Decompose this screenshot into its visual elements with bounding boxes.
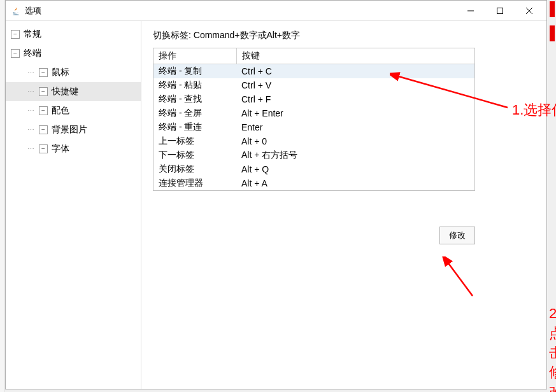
cell-action: 连接管理器 — [153, 176, 236, 190]
cell-key: Ctrl + C — [236, 64, 474, 79]
table-row[interactable]: 连接管理器Alt + A — [153, 176, 474, 190]
annotation-text-1: 1.选择你想修改的修改项 — [512, 101, 556, 120]
cell-key: Enter — [236, 120, 474, 134]
sidebar-item-label: 鼠标 — [52, 67, 69, 78]
titlebar: 选项 — [6, 1, 546, 21]
svg-line-6 — [447, 262, 473, 296]
cell-key: Ctrl + F — [236, 92, 474, 106]
sidebar-item-label: 配色 — [52, 105, 69, 116]
cell-key: Alt + 0 — [236, 134, 474, 148]
cell-key: Alt + A — [236, 176, 474, 190]
minimize-button[interactable] — [456, 1, 485, 20]
close-button[interactable] — [515, 1, 544, 20]
table-row[interactable]: 终端 - 重连Enter — [153, 120, 474, 134]
maximize-button[interactable] — [485, 1, 515, 20]
cell-action: 终端 - 重连 — [153, 120, 236, 134]
cell-action: 上一标签 — [153, 134, 236, 148]
svg-rect-2 — [497, 8, 503, 13]
sidebar-item-label: 常规 — [24, 29, 41, 40]
sidebar-item-terminal[interactable]: − 终端 — [6, 44, 141, 63]
cell-key: Alt + 右方括号 — [236, 148, 474, 162]
sidebar-item-label: 背景图片 — [52, 124, 87, 136]
cell-key: Ctrl + V — [236, 78, 474, 92]
table-row[interactable]: 终端 - 复制Ctrl + C — [153, 64, 474, 79]
tree-connector-icon: ⋯ — [27, 126, 39, 134]
sidebar-item-mouse[interactable]: ⋯ − 鼠标 — [6, 63, 141, 82]
table-row[interactable]: 终端 - 粘贴Ctrl + V — [153, 78, 474, 92]
modify-button[interactable]: 修改 — [439, 227, 475, 244]
cell-action: 终端 - 查找 — [153, 92, 236, 106]
tree-collapse-icon[interactable]: − — [39, 125, 48, 134]
cell-action: 下一标签 — [153, 148, 236, 162]
tree-collapse-icon[interactable]: − — [39, 68, 48, 77]
table-row[interactable]: 终端 - 全屏Alt + Enter — [153, 106, 474, 120]
sidebar-item-font[interactable]: ⋯ − 字体 — [6, 139, 141, 158]
sidebar-item-label: 终端 — [24, 48, 41, 59]
annotation-text-2: 2.点击修改 — [549, 304, 556, 392]
sidebar-item-colors[interactable]: ⋯ − 配色 — [6, 101, 141, 120]
sidebar-tree: − 常规 − 终端 ⋯ − 鼠标 ⋯ − 快捷键 ⋯ − 配色 — [6, 21, 141, 389]
cell-action: 关闭标签 — [153, 162, 236, 176]
table-row[interactable]: 下一标签Alt + 右方括号 — [153, 148, 474, 162]
tree-connector-icon: ⋯ — [27, 145, 39, 153]
sidebar-item-label: 字体 — [52, 143, 69, 155]
tree-collapse-icon[interactable]: − — [11, 30, 20, 39]
options-window: 选项 − 常规 − 终端 ⋯ − 鼠 — [5, 0, 547, 389]
window-title: 选项 — [25, 5, 456, 17]
cell-key: Alt + Enter — [236, 106, 474, 120]
tree-collapse-icon[interactable]: − — [39, 87, 48, 96]
tree-collapse-icon[interactable]: − — [11, 49, 20, 58]
sidebar-item-label: 快捷键 — [52, 86, 78, 97]
sidebar-item-general[interactable]: − 常规 — [6, 25, 141, 44]
table-row[interactable]: 关闭标签Alt + Q — [153, 162, 474, 176]
shortcuts-table: 操作 按键 终端 - 复制Ctrl + C终端 - 粘贴Ctrl + V终端 -… — [153, 48, 475, 191]
java-icon — [11, 6, 21, 16]
hint-text: 切换标签: Command+数字或Alt+数字 — [153, 30, 535, 41]
table-row[interactable]: 上一标签Alt + 0 — [153, 134, 474, 148]
tree-connector-icon: ⋯ — [27, 88, 39, 96]
cell-key: Alt + Q — [236, 162, 474, 176]
tree-connector-icon: ⋯ — [27, 69, 39, 77]
cell-action: 终端 - 全屏 — [153, 106, 236, 120]
tree-connector-icon: ⋯ — [27, 107, 39, 115]
column-header-action[interactable]: 操作 — [153, 48, 236, 64]
sidebar-item-background[interactable]: ⋯ − 背景图片 — [6, 120, 141, 139]
arrow-annotation-2 — [441, 256, 479, 301]
sidebar-item-shortcuts[interactable]: ⋯ − 快捷键 — [6, 82, 141, 101]
cell-action: 终端 - 粘贴 — [153, 78, 236, 92]
column-header-key[interactable]: 按键 — [236, 48, 474, 64]
table-row[interactable]: 终端 - 查找Ctrl + F — [153, 92, 474, 106]
svg-point-0 — [13, 14, 19, 15]
main-panel: 切换标签: Command+数字或Alt+数字 操作 按键 终端 - 复制Ctr… — [141, 21, 546, 389]
cell-action: 终端 - 复制 — [153, 64, 236, 79]
tree-collapse-icon[interactable]: − — [39, 144, 48, 153]
tree-collapse-icon[interactable]: − — [39, 106, 48, 115]
right-edge-fragment — [547, 0, 556, 392]
